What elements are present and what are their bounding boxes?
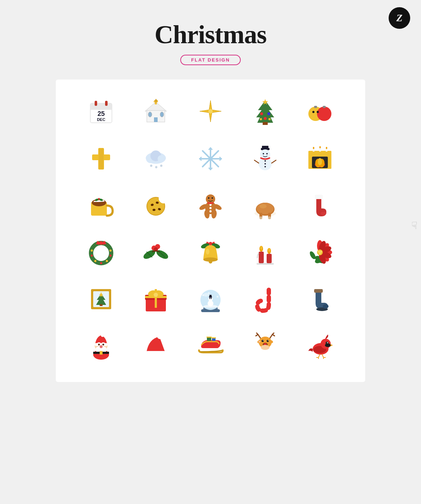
icon-cell-candy-cane[interactable] — [241, 281, 289, 317]
svg-point-219 — [263, 340, 263, 341]
icon-cell-cross[interactable] — [77, 141, 125, 177]
svg-point-232 — [325, 343, 331, 347]
svg-rect-173 — [100, 304, 103, 306]
icon-cell-tree[interactable] — [241, 94, 289, 130]
svg-point-199 — [323, 304, 329, 309]
svg-line-66 — [272, 160, 276, 163]
svg-point-73 — [318, 158, 322, 165]
svg-point-32 — [317, 111, 319, 113]
svg-rect-4 — [105, 101, 108, 106]
icon-cell-gingerbread[interactable] — [187, 188, 234, 224]
svg-point-64 — [264, 166, 266, 167]
svg-point-15 — [160, 112, 164, 117]
icon-cell-candles[interactable] — [241, 234, 289, 270]
svg-point-114 — [259, 204, 267, 208]
icon-cell-ornaments[interactable] — [296, 94, 344, 130]
icon-cell-calendar[interactable]: 25 DEC — [77, 94, 125, 130]
svg-point-25 — [260, 118, 262, 120]
icon-cell-snow-globe[interactable]: ❄ ❄ ❄ — [187, 281, 234, 317]
page-title: Christmas — [155, 20, 267, 50]
svg-point-78 — [320, 146, 321, 148]
icon-cell-gift[interactable] — [132, 281, 180, 317]
svg-text:❄: ❄ — [160, 164, 163, 168]
svg-point-26 — [268, 118, 271, 120]
svg-rect-13 — [154, 100, 158, 101]
svg-line-234 — [322, 354, 323, 357]
svg-point-103 — [209, 210, 212, 212]
svg-text:❄: ❄ — [155, 165, 158, 169]
svg-rect-189 — [209, 295, 212, 297]
svg-rect-20 — [263, 122, 268, 125]
icon-cell-santa[interactable] — [77, 328, 125, 364]
svg-point-24 — [264, 117, 267, 120]
icon-cell-pudding[interactable] — [77, 188, 125, 224]
svg-point-145 — [206, 249, 209, 255]
brand-logo: Z — [389, 7, 410, 29]
svg-rect-146 — [259, 252, 264, 263]
svg-point-23 — [267, 112, 270, 115]
svg-point-181 — [154, 293, 158, 297]
svg-point-211 — [157, 333, 163, 339]
icon-cell-boot[interactable] — [296, 281, 344, 317]
svg-point-231 — [327, 342, 328, 343]
svg-point-128 — [94, 260, 96, 262]
svg-point-190 — [209, 298, 210, 299]
svg-point-130 — [100, 262, 102, 264]
svg-point-124 — [91, 249, 93, 252]
svg-point-151 — [260, 246, 262, 250]
svg-point-31 — [312, 111, 314, 113]
icon-cell-cardinal[interactable] — [296, 328, 344, 364]
icon-cell-turkey[interactable] — [241, 188, 289, 224]
icon-cell-holly[interactable] — [132, 234, 180, 270]
svg-point-63 — [264, 163, 266, 165]
svg-rect-209 — [100, 351, 103, 355]
svg-point-61 — [266, 153, 268, 154]
icon-cell-snowman[interactable] — [241, 141, 289, 177]
svg-point-106 — [209, 202, 212, 204]
icon-cell-poinsettia[interactable] — [296, 234, 344, 270]
svg-point-220 — [268, 340, 268, 341]
svg-point-109 — [257, 203, 274, 214]
icon-cell-cookie[interactable] — [132, 188, 180, 224]
svg-line-65 — [254, 160, 259, 163]
svg-rect-30 — [323, 106, 326, 108]
svg-point-205 — [98, 344, 100, 346]
icon-cell-santa-hat[interactable] — [132, 328, 180, 364]
svg-rect-115 — [315, 195, 323, 199]
svg-point-218 — [267, 340, 269, 342]
svg-text:25: 25 — [98, 110, 105, 117]
svg-point-39 — [158, 155, 165, 162]
svg-point-223 — [261, 345, 270, 350]
icon-cell-star[interactable] — [187, 94, 234, 130]
svg-line-233 — [318, 354, 320, 357]
svg-point-112 — [259, 216, 262, 219]
svg-point-144 — [209, 260, 212, 264]
svg-point-125 — [109, 249, 112, 252]
svg-point-167 — [318, 251, 320, 253]
icon-cell-fireplace[interactable] — [296, 141, 344, 177]
subtitle-badge: FLAT DESIGN — [180, 55, 241, 65]
svg-point-116 — [321, 212, 326, 215]
icon-cell-snowflake[interactable] — [187, 141, 234, 177]
icon-cell-snow-cloud[interactable]: ❄ ❄ ❄ — [132, 141, 180, 177]
svg-rect-214 — [207, 337, 212, 338]
svg-rect-2 — [90, 108, 112, 110]
icon-cell-wreath[interactable] — [77, 234, 125, 270]
icon-cell-church[interactable] — [132, 94, 180, 130]
svg-point-62 — [264, 160, 266, 162]
svg-rect-29 — [314, 106, 317, 108]
svg-text:❄: ❄ — [150, 164, 153, 168]
svg-rect-154 — [257, 263, 274, 265]
icon-cell-sleigh[interactable] — [187, 328, 234, 364]
svg-point-77 — [313, 147, 314, 149]
icon-cell-reindeer[interactable] — [241, 328, 289, 364]
svg-point-140 — [209, 242, 212, 246]
svg-rect-197 — [314, 289, 323, 293]
svg-point-127 — [109, 255, 112, 257]
svg-point-207 — [100, 345, 103, 348]
icon-cell-bell[interactable] — [187, 234, 234, 270]
icon-cell-stocking[interactable] — [296, 188, 344, 224]
icon-cell-picture-frame[interactable] — [77, 281, 125, 317]
svg-point-206 — [103, 344, 104, 346]
svg-point-88 — [159, 193, 169, 203]
